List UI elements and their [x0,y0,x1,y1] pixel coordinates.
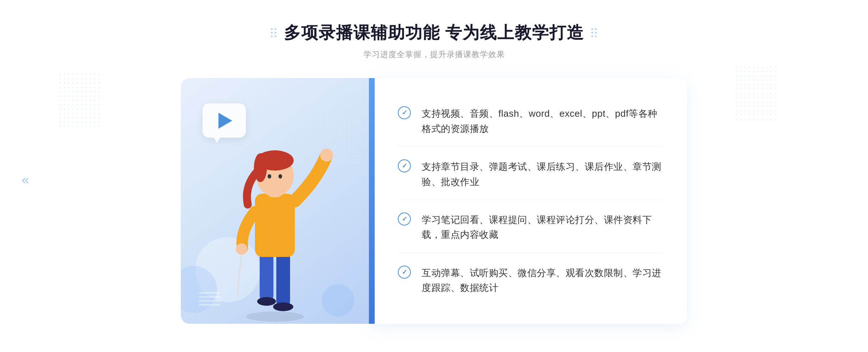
feature-item-4: ✓ 互动弹幕、试听购买、微信分享、观看次数限制、学习进度跟踪、数据统计 [398,256,662,306]
svg-point-13 [236,243,247,255]
page-container: « 多项录播课辅助功能 专为线上教学打造 学习进度全掌握，提升录播课教学效果 [0,0,868,352]
svg-point-3 [257,297,276,306]
checkmark-symbol-3: ✓ [402,216,407,222]
decorator-dots-left [271,28,277,38]
header-decorators: 多项录播课辅助功能 专为线上教学打造 [271,22,597,44]
left-arrows-decoration: « [22,173,29,186]
accent-bar [369,78,375,324]
features-panel: ✓ 支持视频、音频、flash、word、excel、ppt、pdf等各种格式的… [369,78,687,324]
decorator-dots-right [591,28,597,38]
svg-point-12 [320,149,333,162]
illus-lines [199,292,221,306]
feature-item-1: ✓ 支持视频、音频、flash、word、excel、ppt、pdf等各种格式的… [398,96,662,147]
feature-text-4: 互动弹幕、试听购买、微信分享、观看次数限制、学习进度跟踪、数据统计 [422,266,662,296]
check-icon-1: ✓ [398,106,411,119]
feature-text-1: 支持视频、音频、flash、word、excel、ppt、pdf等各种格式的资源… [422,106,662,136]
person-illustration [213,114,336,324]
checkmark-symbol-4: ✓ [402,269,407,275]
feature-item-3: ✓ 学习笔记回看、课程提问、课程评论打分、课件资料下载，重点内容收藏 [398,202,662,253]
feature-text-3: 学习笔记回看、课程提问、课程评论打分、课件资料下载，重点内容收藏 [422,213,662,242]
header-section: 多项录播课辅助功能 专为线上教学打造 学习进度全掌握，提升录播课教学效果 [271,22,597,60]
illustration-panel [181,78,369,324]
svg-rect-2 [276,252,290,308]
check-icon-4: ✓ [398,266,411,279]
checkmark-symbol-1: ✓ [402,110,407,116]
svg-point-0 [246,312,304,322]
svg-point-4 [273,302,293,311]
content-area: ✓ 支持视频、音频、flash、word、excel、ppt、pdf等各种格式的… [181,78,687,324]
check-icon-3: ✓ [398,213,411,226]
page-title: 多项录播课辅助功能 专为线上教学打造 [284,22,584,44]
check-icon-2: ✓ [398,159,411,172]
chevron-left-icon: « [22,173,29,186]
svg-rect-1 [260,252,273,302]
bg-dots-left [58,72,101,130]
feature-text-2: 支持章节目录、弹题考试、课后练习、课后作业、章节测验、批改作业 [422,159,662,189]
feature-item-2: ✓ 支持章节目录、弹题考试、课后练习、课后作业、章节测验、批改作业 [398,149,662,200]
bg-dots-right [734,65,778,123]
svg-point-10 [268,174,271,179]
svg-point-11 [278,174,282,179]
page-subtitle: 学习进度全掌握，提升录播课教学效果 [271,49,597,60]
checkmark-symbol-2: ✓ [402,163,407,169]
